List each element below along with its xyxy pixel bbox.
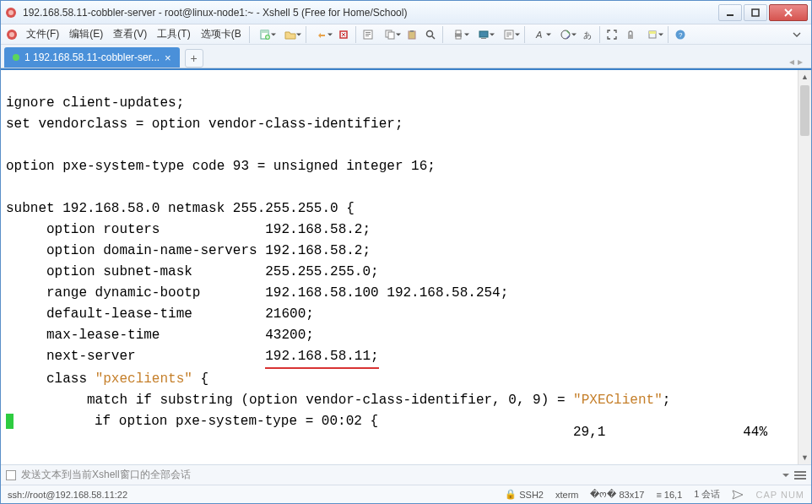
window-title: 192.168.58.11-cobbler-server - root@linu…: [23, 7, 717, 19]
scroll-percent: 44%: [700, 422, 767, 443]
term-type: xterm: [555, 490, 579, 500]
lock-button[interactable]: [621, 25, 640, 44]
print-button[interactable]: [446, 25, 471, 44]
menu-options[interactable]: 选项卡(B: [196, 25, 246, 43]
tabbar: 1 192.168.58.11-cobbler-ser... × + ◂ ▸: [1, 45, 811, 68]
svg-rect-16: [409, 31, 415, 39]
tab-nav: ◂ ▸: [789, 56, 808, 68]
svg-rect-28: [628, 35, 633, 39]
app-icon: [4, 6, 18, 19]
window-controls: [717, 4, 808, 21]
disconnect-button[interactable]: [334, 25, 353, 44]
resize-icon: �ო�: [590, 489, 616, 500]
svg-rect-23: [481, 38, 486, 39]
watermark: CAP NUM: [755, 490, 804, 500]
lock-icon: 🔒: [505, 489, 517, 500]
menu-file[interactable]: 文件(F): [21, 25, 64, 43]
svg-rect-20: [456, 30, 461, 34]
session-tab[interactable]: 1 192.168.58.11-cobbler-ser... ×: [4, 47, 180, 68]
svg-rect-3: [752, 9, 759, 16]
vim-status-line: 29,144%: [1, 401, 784, 464]
new-session-button[interactable]: [252, 25, 278, 44]
broadcast-placeholder[interactable]: 发送文本到当前Xshell窗口的全部会话: [21, 468, 191, 482]
toolbar-overflow-button[interactable]: [788, 25, 806, 44]
ssh-url: ssh://root@192.168.58.11:22: [8, 490, 493, 500]
menu-view[interactable]: 查看(V): [108, 25, 152, 43]
svg-rect-17: [410, 30, 414, 32]
scroll-thumb[interactable]: [800, 85, 809, 136]
color-button[interactable]: [553, 25, 578, 44]
send-icon[interactable]: [732, 490, 744, 500]
transfer-button[interactable]: [471, 25, 496, 44]
script-button[interactable]: [496, 25, 522, 44]
line: option routers 192.168.58.2;: [6, 222, 371, 237]
cursor-indicator: ≡ 16,1: [656, 490, 682, 500]
tab-label: 1 192.168.58.11-cobbler-ser...: [24, 51, 160, 63]
broadcast-target-dropdown[interactable]: [782, 474, 789, 477]
font-button[interactable]: A: [528, 25, 553, 44]
highlight-button[interactable]: [640, 25, 665, 44]
scrollbar[interactable]: ▲ ▼: [798, 70, 811, 464]
scroll-down-button[interactable]: ▼: [798, 451, 811, 464]
cursor-position: 29,1: [573, 422, 700, 443]
next-server-ip: 192.168.58.11;: [265, 346, 378, 369]
svg-text:あ: あ: [583, 30, 592, 40]
svg-point-5: [9, 32, 14, 37]
menu-tools[interactable]: 工具(T): [152, 25, 195, 43]
line: option pxe-system-type code 93 = unsigne…: [6, 159, 436, 174]
connected-indicator-icon: [13, 54, 19, 61]
line: option domain-name-servers 192.168.58.2;: [6, 243, 371, 258]
svg-text:A: A: [535, 30, 542, 40]
app-icon-small: [6, 29, 18, 41]
svg-rect-22: [479, 31, 488, 37]
svg-rect-7: [261, 30, 268, 33]
close-button[interactable]: [769, 4, 808, 21]
svg-rect-2: [727, 14, 734, 16]
menubar: 文件(F) 编辑(E) 查看(V) 工具(T) 选项卡(B: [1, 24, 811, 45]
line: set vendorclass = option vendor-class-id…: [6, 117, 403, 132]
properties-button[interactable]: [359, 25, 377, 44]
line: option subnet-mask 255.255.255.0;: [6, 264, 379, 279]
svg-text:?: ?: [679, 31, 683, 39]
broadcast-checkbox[interactable]: [6, 470, 16, 480]
line: default-lease-time 21600;: [6, 306, 314, 322]
compose-bar: 发送文本到当前Xshell窗口的全部会话: [1, 464, 811, 485]
svg-rect-13: [365, 35, 369, 36]
titlebar: 192.168.58.11-cobbler-server - root@linu…: [1, 1, 811, 24]
line: range dynamic-bootp 192.168.58.100 192.1…: [6, 285, 508, 301]
new-tab-button[interactable]: +: [185, 49, 203, 68]
line: max-lease-time 43200;: [6, 328, 314, 343]
line: ignore client-updates;: [6, 95, 184, 111]
svg-point-1: [8, 10, 14, 15]
line: next-server 192.168.58.11;: [6, 349, 379, 364]
protocol-indicator: 🔒SSH2: [505, 489, 544, 500]
fullscreen-button[interactable]: [603, 25, 621, 44]
svg-point-18: [426, 30, 432, 36]
terminal[interactable]: ignore client-updates; set vendorclass =…: [1, 70, 798, 464]
minimize-button[interactable]: [718, 4, 742, 21]
compose-menu-button[interactable]: [794, 471, 806, 480]
help-button[interactable]: ?: [671, 25, 690, 44]
line: subnet 192.168.58.0 netmask 255.255.255.…: [6, 201, 355, 216]
svg-rect-11: [365, 32, 371, 33]
open-session-button[interactable]: [278, 25, 303, 44]
statusbar: ssh://root@192.168.58.11:22 🔒SSH2 xterm …: [1, 485, 811, 503]
reconnect-button[interactable]: [309, 25, 334, 44]
terminal-area: ignore client-updates; set vendorclass =…: [1, 68, 811, 464]
tab-close-button[interactable]: ×: [165, 51, 171, 64]
caps-icon: ≡: [656, 490, 661, 500]
encoding-button[interactable]: あ: [578, 25, 597, 44]
maximize-button[interactable]: [744, 4, 767, 21]
copy-button[interactable]: [377, 25, 403, 44]
menu-edit[interactable]: 编辑(E): [64, 25, 108, 43]
session-count: 1 会话: [694, 488, 720, 501]
svg-rect-21: [456, 36, 461, 39]
tab-prev-button[interactable]: ◂: [789, 56, 794, 68]
svg-rect-12: [365, 34, 371, 35]
scroll-up-button[interactable]: ▲: [798, 70, 811, 84]
tab-next-button[interactable]: ▸: [798, 56, 803, 68]
term-size: �ო� 83x17: [590, 489, 644, 500]
find-button[interactable]: [421, 25, 440, 44]
paste-button[interactable]: [403, 25, 421, 44]
line: class "pxeclients" {: [6, 371, 208, 387]
